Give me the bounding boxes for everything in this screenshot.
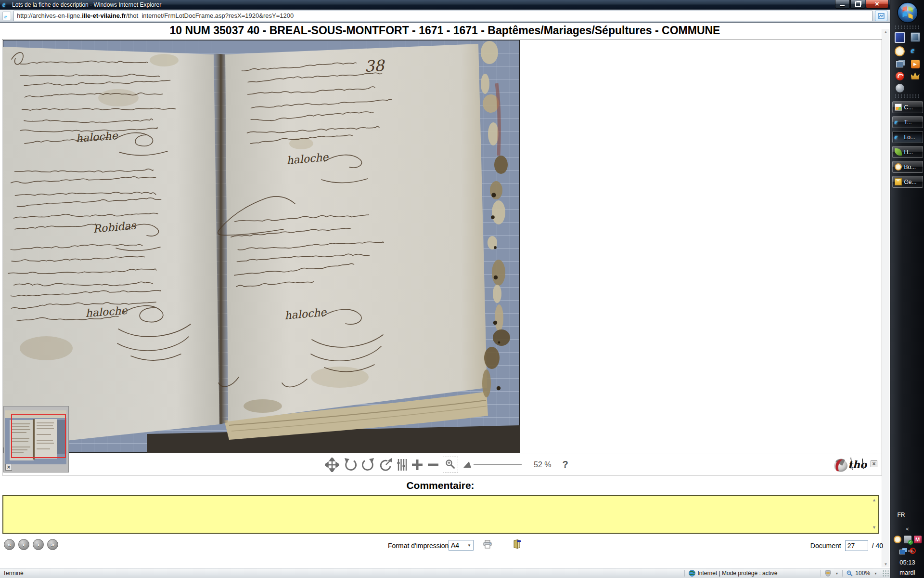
window-switcher-icon[interactable] <box>896 61 903 67</box>
taskbar-window-label: Ge... <box>904 179 917 185</box>
comment-area-wrap: ▲ ▼ <box>2 495 879 534</box>
viewer-toolbar: 52 % ? thot <box>2 454 882 475</box>
right-page <box>225 44 487 421</box>
document-number-input[interactable] <box>845 540 868 551</box>
rotate-ccw-icon[interactable] <box>344 458 357 472</box>
zoom-slider-thumb[interactable] <box>463 461 471 468</box>
tray-expand-button[interactable]: < <box>906 526 909 532</box>
remote-desktop-icon[interactable] <box>911 32 920 42</box>
muted-speaker-icon[interactable] <box>908 547 915 555</box>
system-tray: FR < 05:13 mardi <box>894 512 922 578</box>
magnifier-icon <box>847 570 853 577</box>
resize-grip[interactable] <box>882 570 889 577</box>
rotate-cw-icon[interactable] <box>361 458 375 472</box>
page-content: 10 NUM 35037 40 - BREAL-SOUS-MONTFORT - … <box>0 23 890 568</box>
taskbar-window-t[interactable]: T... <box>892 116 923 128</box>
zoom-percentage: 52 % <box>534 460 551 469</box>
pan-tool-icon[interactable] <box>325 458 339 472</box>
desktop: { "window": { "title": "Lots de la fiche… <box>0 0 924 578</box>
viewer-close-icon[interactable] <box>871 460 877 467</box>
taskbar-window-label: T... <box>904 119 912 126</box>
internet-zone-icon <box>689 570 695 577</box>
url-path: /thot_internet/FrmLotDocFrame.asp?resX=1… <box>126 12 294 19</box>
rotate-reset-icon[interactable] <box>379 458 393 472</box>
title-bar[interactable]: Lots de la fiche de description - Window… <box>0 0 890 10</box>
start-button[interactable] <box>897 1 919 24</box>
red-app-icon[interactable] <box>896 72 904 80</box>
restore-button[interactable] <box>850 0 865 9</box>
security-zone: Internet | Mode protégé : activé <box>689 570 778 577</box>
network-icon[interactable] <box>899 550 905 554</box>
tray-day[interactable]: mardi <box>899 569 915 576</box>
clock-icon <box>895 163 902 171</box>
magnifier-plus-icon <box>445 459 456 470</box>
scroll-down-icon[interactable]: ▼ <box>882 562 889 566</box>
chevron-down-icon: ▼ <box>467 543 471 548</box>
taskbar-window-label: Lo... <box>904 134 915 141</box>
zoom-out-icon[interactable] <box>428 459 438 471</box>
document-total: / 40 <box>872 542 883 550</box>
print-format-label: Format d'impression: <box>388 542 450 550</box>
url-prefix: http://archives-en-ligne. <box>17 12 82 19</box>
browser-window: Lots de la fiche de description - Window… <box>0 0 890 578</box>
help-button[interactable]: ? <box>562 459 568 470</box>
clock-app-icon[interactable] <box>895 46 905 56</box>
levels-icon[interactable] <box>397 458 407 472</box>
safely-remove-hardware-icon[interactable] <box>904 536 911 543</box>
scroll-up-icon[interactable]: ▲ <box>882 30 889 34</box>
protected-mode-control[interactable]: ▼ <box>825 570 838 577</box>
shield-icon <box>825 570 831 577</box>
last-page-button[interactable] <box>47 539 58 550</box>
comment-textarea[interactable] <box>2 495 879 534</box>
minimize-button[interactable] <box>835 0 850 9</box>
thumbnail-close-icon[interactable] <box>5 464 12 471</box>
minimize-icon <box>840 5 845 6</box>
address-bar: http://archives-en-ligne.ille-et-vilaine… <box>0 10 890 22</box>
next-page-button[interactable] <box>33 539 44 550</box>
bottom-controls: Format d'impression: A4 ▼ Document / 40 <box>0 539 881 563</box>
chevron-down-icon: ▼ <box>874 572 877 575</box>
thumbnail-image[interactable] <box>5 410 66 464</box>
tray-time[interactable]: 05:13 <box>899 559 915 566</box>
tray-clock-icon[interactable] <box>894 536 901 543</box>
zoom-select-tool[interactable] <box>443 457 458 473</box>
print-button[interactable] <box>483 540 492 549</box>
zoom-slider-track[interactable] <box>474 464 522 465</box>
go-button[interactable] <box>875 11 887 21</box>
leaf-icon <box>895 148 902 156</box>
show-desktop-icon[interactable] <box>895 32 905 43</box>
chevron-down-icon: ▼ <box>835 572 838 575</box>
exit-button[interactable] <box>512 539 522 549</box>
crown-app-icon[interactable] <box>911 72 920 80</box>
taskbar: C... T... Lo... H... Bo... Ge... FR < 05… <box>890 0 924 578</box>
page-scrollbar[interactable]: ▲ ▼ <box>882 29 889 567</box>
m-app-tray-icon[interactable] <box>914 536 922 543</box>
previous-page-button[interactable] <box>18 539 29 550</box>
print-format-select[interactable]: A4 ▼ <box>449 540 474 551</box>
taskbar-window-ge[interactable]: Ge... <box>892 176 923 188</box>
first-page-button[interactable] <box>4 539 15 550</box>
taskbar-window-c[interactable]: C... <box>892 101 923 113</box>
browser-zoom-control[interactable]: 100% ▼ <box>847 570 877 577</box>
taskbar-window-label: H... <box>904 149 913 156</box>
media-player-icon[interactable] <box>911 60 920 68</box>
taskbar-window-lo-active[interactable]: Lo... <box>892 131 923 143</box>
internet-explorer-icon[interactable] <box>911 46 920 55</box>
status-bar: Terminé Internet | Mode protégé : activé… <box>0 568 890 578</box>
page-number: 38 <box>364 56 385 76</box>
zoom-text: 100% <box>855 570 870 577</box>
go-icon <box>878 13 885 19</box>
taskbar-window-h[interactable]: H... <box>892 146 923 158</box>
manuscript-image[interactable]: 38 haloche Robidas haloche haloche haloc… <box>3 40 520 453</box>
language-indicator[interactable]: FR <box>898 512 905 518</box>
globe-app-icon[interactable] <box>896 84 904 92</box>
print-format-value: A4 <box>451 541 459 549</box>
status-text: Terminé <box>3 570 24 577</box>
taskbar-grip <box>894 25 921 29</box>
zoom-in-icon[interactable] <box>411 459 424 471</box>
url-input[interactable]: http://archives-en-ligne.ille-et-vilaine… <box>13 11 873 21</box>
close-button[interactable] <box>866 0 888 9</box>
document-navigator: Document / 40 <box>810 540 883 551</box>
taskbar-window-bo[interactable]: Bo... <box>892 161 923 173</box>
document-header-title: 10 NUM 35037 40 - BREAL-SOUS-MONTFORT - … <box>0 23 890 39</box>
